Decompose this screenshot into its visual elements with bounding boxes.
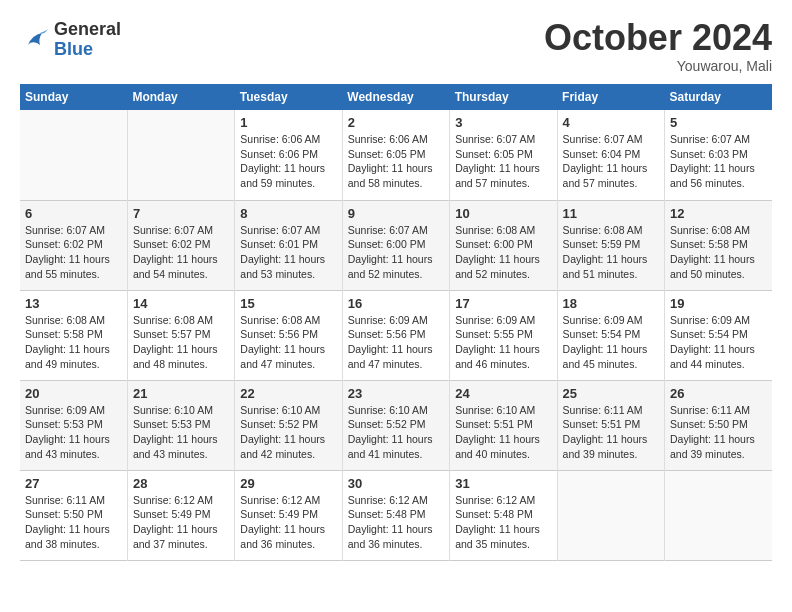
weekday-header: Friday [557,84,664,110]
day-detail: Sunrise: 6:11 AM Sunset: 5:50 PM Dayligh… [670,403,767,462]
calendar-cell: 12Sunrise: 6:08 AM Sunset: 5:58 PM Dayli… [665,200,772,290]
calendar-cell: 11Sunrise: 6:08 AM Sunset: 5:59 PM Dayli… [557,200,664,290]
day-detail: Sunrise: 6:12 AM Sunset: 5:49 PM Dayligh… [133,493,229,552]
day-number: 28 [133,476,229,491]
day-detail: Sunrise: 6:10 AM Sunset: 5:51 PM Dayligh… [455,403,551,462]
day-number: 23 [348,386,444,401]
calendar-cell [20,110,127,200]
day-detail: Sunrise: 6:08 AM Sunset: 5:58 PM Dayligh… [25,313,122,372]
day-number: 5 [670,115,767,130]
day-detail: Sunrise: 6:06 AM Sunset: 6:06 PM Dayligh… [240,132,336,191]
weekday-header: Tuesday [235,84,342,110]
day-detail: Sunrise: 6:08 AM Sunset: 5:56 PM Dayligh… [240,313,336,372]
day-number: 22 [240,386,336,401]
calendar-cell: 23Sunrise: 6:10 AM Sunset: 5:52 PM Dayli… [342,380,449,470]
day-number: 15 [240,296,336,311]
day-detail: Sunrise: 6:07 AM Sunset: 6:03 PM Dayligh… [670,132,767,191]
calendar-cell: 21Sunrise: 6:10 AM Sunset: 5:53 PM Dayli… [127,380,234,470]
day-detail: Sunrise: 6:09 AM Sunset: 5:53 PM Dayligh… [25,403,122,462]
day-number: 21 [133,386,229,401]
calendar-cell: 16Sunrise: 6:09 AM Sunset: 5:56 PM Dayli… [342,290,449,380]
calendar-cell: 22Sunrise: 6:10 AM Sunset: 5:52 PM Dayli… [235,380,342,470]
day-detail: Sunrise: 6:09 AM Sunset: 5:56 PM Dayligh… [348,313,444,372]
calendar-cell: 5Sunrise: 6:07 AM Sunset: 6:03 PM Daylig… [665,110,772,200]
calendar-cell [127,110,234,200]
weekday-header: Monday [127,84,234,110]
day-detail: Sunrise: 6:10 AM Sunset: 5:53 PM Dayligh… [133,403,229,462]
day-number: 9 [348,206,444,221]
calendar-cell: 26Sunrise: 6:11 AM Sunset: 5:50 PM Dayli… [665,380,772,470]
page-header: General Blue October 2024 Youwarou, Mali [20,20,772,74]
calendar-week-row: 13Sunrise: 6:08 AM Sunset: 5:58 PM Dayli… [20,290,772,380]
day-number: 7 [133,206,229,221]
day-detail: Sunrise: 6:08 AM Sunset: 5:57 PM Dayligh… [133,313,229,372]
calendar-week-row: 1Sunrise: 6:06 AM Sunset: 6:06 PM Daylig… [20,110,772,200]
calendar-cell: 20Sunrise: 6:09 AM Sunset: 5:53 PM Dayli… [20,380,127,470]
day-number: 12 [670,206,767,221]
day-number: 31 [455,476,551,491]
weekday-header: Saturday [665,84,772,110]
calendar-cell: 31Sunrise: 6:12 AM Sunset: 5:48 PM Dayli… [450,470,557,560]
day-number: 11 [563,206,659,221]
day-detail: Sunrise: 6:09 AM Sunset: 5:54 PM Dayligh… [563,313,659,372]
day-number: 18 [563,296,659,311]
logo-icon [20,25,50,55]
day-number: 14 [133,296,229,311]
weekday-header: Thursday [450,84,557,110]
day-number: 26 [670,386,767,401]
day-detail: Sunrise: 6:10 AM Sunset: 5:52 PM Dayligh… [348,403,444,462]
day-detail: Sunrise: 6:07 AM Sunset: 6:05 PM Dayligh… [455,132,551,191]
calendar-cell [665,470,772,560]
day-number: 29 [240,476,336,491]
calendar-cell: 9Sunrise: 6:07 AM Sunset: 6:00 PM Daylig… [342,200,449,290]
day-number: 13 [25,296,122,311]
calendar-cell: 30Sunrise: 6:12 AM Sunset: 5:48 PM Dayli… [342,470,449,560]
month-title: October 2024 [544,20,772,56]
calendar-cell: 29Sunrise: 6:12 AM Sunset: 5:49 PM Dayli… [235,470,342,560]
day-number: 1 [240,115,336,130]
calendar-cell: 27Sunrise: 6:11 AM Sunset: 5:50 PM Dayli… [20,470,127,560]
calendar-cell: 24Sunrise: 6:10 AM Sunset: 5:51 PM Dayli… [450,380,557,470]
calendar-cell: 13Sunrise: 6:08 AM Sunset: 5:58 PM Dayli… [20,290,127,380]
day-detail: Sunrise: 6:11 AM Sunset: 5:50 PM Dayligh… [25,493,122,552]
calendar-cell: 2Sunrise: 6:06 AM Sunset: 6:05 PM Daylig… [342,110,449,200]
day-number: 17 [455,296,551,311]
day-detail: Sunrise: 6:06 AM Sunset: 6:05 PM Dayligh… [348,132,444,191]
day-number: 8 [240,206,336,221]
day-detail: Sunrise: 6:11 AM Sunset: 5:51 PM Dayligh… [563,403,659,462]
day-detail: Sunrise: 6:10 AM Sunset: 5:52 PM Dayligh… [240,403,336,462]
day-number: 4 [563,115,659,130]
day-detail: Sunrise: 6:12 AM Sunset: 5:48 PM Dayligh… [455,493,551,552]
calendar-cell: 6Sunrise: 6:07 AM Sunset: 6:02 PM Daylig… [20,200,127,290]
location-subtitle: Youwarou, Mali [544,58,772,74]
day-number: 30 [348,476,444,491]
day-number: 16 [348,296,444,311]
calendar-week-row: 20Sunrise: 6:09 AM Sunset: 5:53 PM Dayli… [20,380,772,470]
calendar-cell: 14Sunrise: 6:08 AM Sunset: 5:57 PM Dayli… [127,290,234,380]
day-detail: Sunrise: 6:07 AM Sunset: 6:02 PM Dayligh… [25,223,122,282]
day-number: 10 [455,206,551,221]
calendar-cell: 18Sunrise: 6:09 AM Sunset: 5:54 PM Dayli… [557,290,664,380]
day-detail: Sunrise: 6:08 AM Sunset: 6:00 PM Dayligh… [455,223,551,282]
day-detail: Sunrise: 6:09 AM Sunset: 5:54 PM Dayligh… [670,313,767,372]
calendar-cell: 15Sunrise: 6:08 AM Sunset: 5:56 PM Dayli… [235,290,342,380]
logo-text: General Blue [54,20,121,60]
calendar-cell: 19Sunrise: 6:09 AM Sunset: 5:54 PM Dayli… [665,290,772,380]
calendar-cell: 17Sunrise: 6:09 AM Sunset: 5:55 PM Dayli… [450,290,557,380]
day-detail: Sunrise: 6:12 AM Sunset: 5:48 PM Dayligh… [348,493,444,552]
day-detail: Sunrise: 6:07 AM Sunset: 6:00 PM Dayligh… [348,223,444,282]
calendar-week-row: 27Sunrise: 6:11 AM Sunset: 5:50 PM Dayli… [20,470,772,560]
calendar-cell: 28Sunrise: 6:12 AM Sunset: 5:49 PM Dayli… [127,470,234,560]
day-number: 19 [670,296,767,311]
day-detail: Sunrise: 6:09 AM Sunset: 5:55 PM Dayligh… [455,313,551,372]
day-detail: Sunrise: 6:07 AM Sunset: 6:01 PM Dayligh… [240,223,336,282]
calendar-cell: 25Sunrise: 6:11 AM Sunset: 5:51 PM Dayli… [557,380,664,470]
day-detail: Sunrise: 6:08 AM Sunset: 5:58 PM Dayligh… [670,223,767,282]
day-detail: Sunrise: 6:12 AM Sunset: 5:49 PM Dayligh… [240,493,336,552]
day-number: 20 [25,386,122,401]
title-area: October 2024 Youwarou, Mali [544,20,772,74]
calendar-cell [557,470,664,560]
day-number: 24 [455,386,551,401]
calendar-cell: 10Sunrise: 6:08 AM Sunset: 6:00 PM Dayli… [450,200,557,290]
calendar-cell: 7Sunrise: 6:07 AM Sunset: 6:02 PM Daylig… [127,200,234,290]
